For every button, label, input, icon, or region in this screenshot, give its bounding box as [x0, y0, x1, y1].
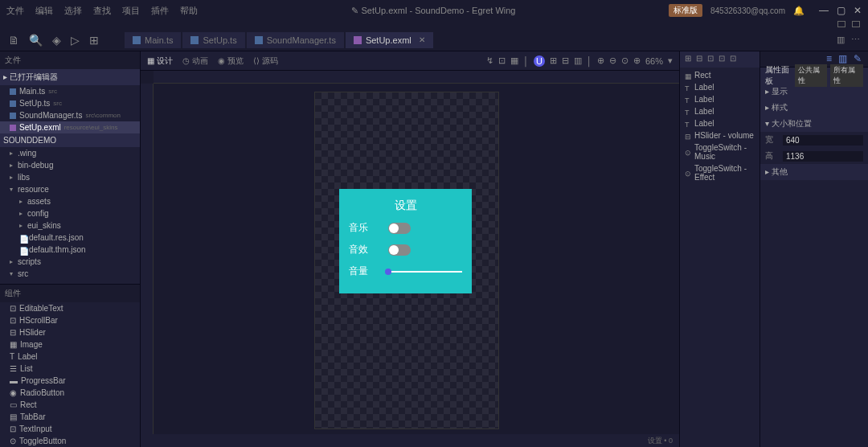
tool-icon[interactable]: ⊡ — [498, 55, 506, 66]
tool-icon[interactable]: ↯ — [486, 55, 493, 66]
tree-folder[interactable]: ▾resource — [0, 183, 140, 195]
tool-icon[interactable]: │ — [523, 56, 529, 66]
extensions-icon[interactable]: ⊞ — [89, 34, 99, 47]
bell-icon[interactable]: 🔔 — [793, 6, 805, 16]
animation-mode-button[interactable]: ◷ 动画 — [182, 55, 208, 67]
artboard[interactable]: 设置 音乐 音效 音量 — [314, 92, 499, 429]
layout-right-icon[interactable] — [852, 21, 860, 27]
slider-thumb[interactable] — [385, 269, 391, 275]
height-input[interactable]: 1136 — [783, 151, 863, 162]
section-other[interactable]: ▸ 其他 — [760, 164, 868, 180]
project-header[interactable]: SOUNDDEMO — [0, 133, 140, 147]
outline-tool-icon[interactable]: ⊞ — [685, 54, 691, 65]
props-icon[interactable]: ≡ — [826, 53, 832, 65]
component-item[interactable]: ▭Rect — [0, 399, 140, 411]
close-icon[interactable]: ✕ — [419, 35, 425, 44]
menu-edit[interactable]: 编辑 — [35, 5, 53, 17]
menu-file[interactable]: 文件 — [6, 5, 24, 17]
tool-icon[interactable]: ▥ — [574, 55, 582, 66]
width-input[interactable]: 640 — [783, 135, 863, 146]
outline-tool-icon[interactable]: ⊡ — [730, 54, 736, 65]
tab-soundmanager-ts[interactable]: SoundManager.ts — [247, 32, 344, 48]
component-item[interactable]: ◉RadioButton — [0, 387, 140, 399]
brush-icon[interactable]: ✎ — [854, 53, 862, 65]
components-header[interactable]: 组件 — [0, 285, 140, 302]
chevron-down-icon[interactable]: ▾ — [668, 55, 673, 66]
component-item[interactable]: ⊡TextInput — [0, 423, 140, 435]
tab-common-props[interactable]: 公共属性 — [795, 64, 828, 87]
open-file[interactable]: SetUp.ts src — [0, 97, 140, 109]
maximize-button[interactable]: ▢ — [837, 5, 845, 16]
tool-icon[interactable]: ▦ — [510, 55, 518, 66]
tool-icon[interactable]: ⊕ — [597, 55, 604, 66]
tree-folder[interactable]: ▾src — [0, 268, 140, 280]
menu-project[interactable]: 项目 — [122, 5, 140, 17]
tree-folder[interactable]: ▸assets — [0, 195, 140, 207]
split-icon[interactable]: ▥ — [837, 35, 845, 45]
component-item[interactable]: ▤TabBar — [0, 411, 140, 423]
close-button[interactable]: ✕ — [854, 5, 862, 16]
menu-plugin[interactable]: 插件 — [151, 5, 169, 17]
tab-all-props[interactable]: 所有属性 — [830, 64, 863, 87]
user-email[interactable]: 845326330@qq.com — [710, 6, 785, 15]
outline-tool-icon[interactable]: ⊟ — [696, 54, 702, 65]
explorer-icon[interactable]: 🗎 — [8, 34, 19, 47]
component-item[interactable]: TLabel — [0, 351, 140, 363]
component-item[interactable]: ⊡EditableText — [0, 302, 140, 314]
debug-icon[interactable]: ▷ — [71, 34, 80, 47]
volume-slider[interactable] — [388, 271, 462, 273]
search-icon[interactable]: 🔍 — [29, 34, 43, 47]
outline-item[interactable]: TLabel — [682, 117, 758, 129]
tree-file[interactable]: 📄default.res.json — [0, 232, 140, 244]
design-mode-button[interactable]: ▦ 设计 — [147, 55, 173, 67]
outline-tool-icon[interactable]: ⊡ — [707, 54, 714, 65]
git-icon[interactable]: ◈ — [52, 34, 61, 47]
tree-folder[interactable]: ▸scripts — [0, 256, 140, 268]
canvas-container[interactable]: 设置 音乐 音效 音量 — [154, 84, 679, 447]
tree-folder[interactable]: ▸libs — [0, 171, 140, 183]
minimize-button[interactable]: — — [819, 5, 829, 16]
component-item[interactable]: ▦Image — [0, 338, 140, 351]
open-file[interactable]: Main.ts src — [0, 85, 140, 97]
layers-icon[interactable]: ▥ — [838, 53, 847, 65]
zoom-out-icon[interactable]: ⊖ — [609, 55, 616, 66]
menu-select[interactable]: 选择 — [64, 5, 82, 17]
tool-icon[interactable]: │ — [587, 56, 592, 66]
zoom-value[interactable]: 66% — [645, 56, 663, 66]
source-mode-button[interactable]: ⟨⟩ 源码 — [253, 55, 278, 67]
open-file-active[interactable]: SetUp.exml resource\eui_skins — [0, 121, 140, 133]
tree-file[interactable]: 📄default.thm.json — [0, 244, 140, 256]
tree-folder[interactable]: ▸bin-debug — [0, 159, 140, 171]
section-style[interactable]: ▸ 样式 — [760, 100, 868, 116]
component-item[interactable]: ⊟HSlider — [0, 326, 140, 338]
menu-help[interactable]: 帮助 — [180, 5, 198, 17]
zoom-fit-icon[interactable]: ⊙ — [621, 55, 628, 66]
section-size[interactable]: ▾ 大小和位置 — [760, 116, 868, 132]
component-item[interactable]: ▬ProgressBar — [0, 375, 140, 387]
tool-icon[interactable]: U — [534, 55, 545, 67]
outline-item[interactable]: TLabel — [682, 105, 758, 117]
open-file[interactable]: SoundManager.ts src\common — [0, 109, 140, 121]
tree-folder[interactable]: ▸.wing — [0, 147, 140, 159]
tool-icon[interactable]: ⊞ — [550, 55, 557, 66]
effect-toggle[interactable] — [388, 244, 411, 256]
outline-item[interactable]: TLabel — [682, 81, 758, 93]
outline-item[interactable]: ⊟HSlider - volume — [682, 129, 758, 141]
outline-item[interactable]: ▦Rect — [682, 69, 758, 81]
tab-setup-exml[interactable]: SetUp.exml✕ — [346, 32, 433, 48]
tab-setup-ts[interactable]: SetUp.ts — [182, 32, 244, 48]
preview-mode-button[interactable]: ◉ 预览 — [218, 55, 244, 67]
component-item[interactable]: ⊙ToggleButton — [0, 435, 140, 447]
outline-item[interactable]: TLabel — [682, 93, 758, 105]
music-toggle[interactable] — [388, 223, 411, 234]
outline-tool-icon[interactable]: ⊡ — [719, 54, 725, 65]
open-editors-header[interactable]: ▸ 已打开编辑器 — [0, 69, 140, 85]
outline-item[interactable]: ⊙ToggleSwitch - Music — [682, 141, 758, 162]
tree-folder[interactable]: ▸config — [0, 207, 140, 219]
component-item[interactable]: ☰List — [0, 363, 140, 375]
zoom-in-icon[interactable]: ⊕ — [633, 55, 641, 66]
component-item[interactable]: ⊡HScrollBar — [0, 314, 140, 326]
menu-find[interactable]: 查找 — [93, 5, 111, 17]
tree-folder[interactable]: ▸eui_skins — [0, 219, 140, 232]
setup-panel[interactable]: 设置 音乐 音效 音量 — [339, 189, 472, 293]
